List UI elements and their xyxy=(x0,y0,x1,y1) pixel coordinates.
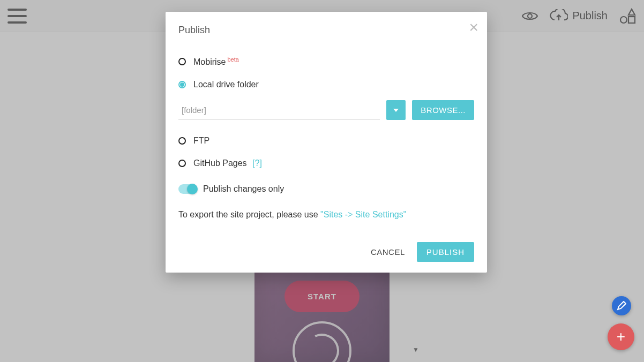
option-label: Mobirisebeta xyxy=(193,56,239,67)
radio-icon[interactable] xyxy=(178,137,186,145)
edit-fab[interactable] xyxy=(612,296,631,315)
option-mobirise[interactable]: Mobirisebeta xyxy=(178,50,474,73)
beta-badge: beta xyxy=(227,56,238,63)
add-block-fab[interactable]: + xyxy=(608,323,634,350)
browse-button[interactable]: BROWSE... xyxy=(412,100,474,120)
toggle-label: Publish changes only xyxy=(203,184,284,194)
modal-title: Publish xyxy=(178,25,474,36)
close-icon[interactable]: × xyxy=(469,19,478,35)
folder-input[interactable] xyxy=(178,100,380,119)
folder-picker: BROWSE... xyxy=(178,96,474,130)
export-hint: To export the site project, please use "… xyxy=(178,200,474,220)
cancel-button[interactable]: CANCEL xyxy=(371,247,405,257)
radio-icon[interactable] xyxy=(178,58,186,65)
option-github-pages[interactable]: GitHub Pages [?] xyxy=(178,152,474,175)
publish-modal: × Publish Mobirisebeta Local drive folde… xyxy=(166,12,487,273)
site-settings-link[interactable]: "Sites -> Site Settings" xyxy=(320,210,406,219)
github-help-link[interactable]: [?] xyxy=(252,159,262,168)
radio-icon[interactable] xyxy=(178,160,186,167)
publish-changes-only: Publish changes only xyxy=(178,175,474,200)
radio-icon[interactable] xyxy=(178,81,186,88)
option-label: Local drive folder xyxy=(193,80,259,89)
option-ftp[interactable]: FTP xyxy=(178,130,474,152)
toggle-switch[interactable] xyxy=(178,184,197,194)
option-label: FTP xyxy=(193,136,209,146)
modal-actions: CANCEL PUBLISH xyxy=(178,242,474,262)
option-label: GitHub Pages [?] xyxy=(193,159,262,168)
publish-button[interactable]: PUBLISH xyxy=(417,242,474,262)
option-local-drive[interactable]: Local drive folder xyxy=(178,73,474,96)
folder-history-button[interactable] xyxy=(386,100,406,120)
folder-input-wrap xyxy=(178,100,380,120)
